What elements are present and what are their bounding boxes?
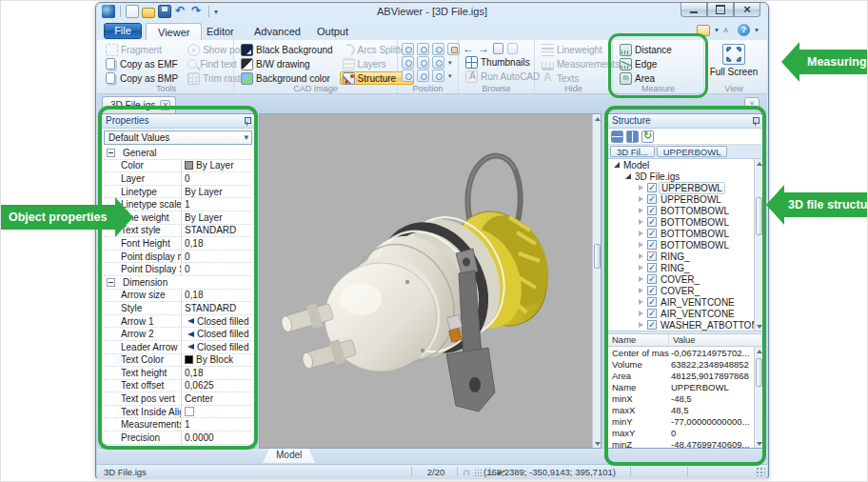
collapsed-icon[interactable] <box>639 185 643 191</box>
tree-item-cover[interactable]: COVER_ <box>608 273 754 285</box>
grid-snap-icon[interactable] <box>474 469 482 476</box>
scrollbar-thumb[interactable] <box>594 244 601 269</box>
checkbox-checked-icon[interactable] <box>647 309 657 318</box>
info-row-miny[interactable]: minY-77,00000000000... <box>608 415 754 427</box>
first-page-icon[interactable] <box>493 43 503 54</box>
b-w-drawing-button[interactable]: B/W drawing <box>238 57 336 70</box>
thumbnails-button[interactable]: Thumbnails <box>463 55 542 69</box>
tree-item-cover[interactable]: COVER_ <box>608 285 754 296</box>
info-row-minz[interactable]: minZ-48,47699740609... <box>608 438 754 448</box>
property-value[interactable]: 0.0000 <box>182 432 252 443</box>
breadcrumb-file[interactable]: 3D Fil... <box>610 146 655 157</box>
viewport-scrollbar[interactable] <box>592 114 601 448</box>
scroll-down-icon[interactable] <box>594 439 601 448</box>
collapsed-icon[interactable] <box>639 288 643 293</box>
print-preview-icon[interactable] <box>697 25 710 36</box>
last-page-icon[interactable] <box>507 43 518 54</box>
collapsed-icon[interactable] <box>639 322 643 328</box>
checkbox-icon[interactable] <box>185 407 194 416</box>
collapse-ribbon-icon[interactable]: ˄ <box>723 26 733 35</box>
back-icon[interactable]: ← <box>463 43 474 54</box>
document-tab[interactable]: 3D File.igs ✕ <box>102 96 176 113</box>
checkbox-checked-icon[interactable] <box>647 229 657 238</box>
scrollbar-thumb[interactable] <box>756 197 762 235</box>
tree-item-bottombowl[interactable]: BOTTOMBOWL <box>608 228 754 239</box>
zoom-in-icon[interactable] <box>432 43 444 55</box>
viewport-3d[interactable] <box>259 113 602 449</box>
property-value[interactable]: By Layer <box>182 187 252 197</box>
rotate-icon[interactable] <box>417 70 429 82</box>
view-3d-icon[interactable] <box>402 70 414 82</box>
tree-item-bottombowl[interactable]: BOTTOMBOWL <box>608 239 754 251</box>
property-value[interactable]: By Layer <box>182 160 252 171</box>
tab-output[interactable]: Output <box>306 23 360 40</box>
column-value[interactable]: Value <box>669 334 762 346</box>
property-value[interactable]: Closed filled <box>182 316 252 327</box>
property-value[interactable]: 0,18 <box>182 290 252 300</box>
tree-item-upperbowl[interactable]: UPPERBOWL <box>608 182 754 193</box>
maximize-button[interactable] <box>707 3 734 17</box>
info-row-center-of-mass[interactable]: Center of mass-0,067214975702... <box>608 347 754 358</box>
full-screen-button[interactable]: Full Screen <box>704 40 763 77</box>
help-icon[interactable]: ? <box>738 24 750 36</box>
checkbox-checked-icon[interactable] <box>647 286 657 295</box>
area-button[interactable]: Area <box>617 71 675 85</box>
panel-expander-icon[interactable]: ˅ <box>744 97 760 110</box>
tree-item-air-ventcone[interactable]: AIR_VENTCONE <box>608 308 754 319</box>
resize-grip[interactable] <box>756 467 765 476</box>
property-value[interactable]: 0 <box>182 173 252 184</box>
split-horizontal-icon[interactable] <box>611 131 623 143</box>
copy-as-emf-button[interactable]: Copy as EMF <box>103 57 181 70</box>
expanded-icon[interactable] <box>614 162 620 168</box>
checkbox-checked-icon[interactable] <box>647 194 657 204</box>
minimize-button[interactable] <box>681 3 707 17</box>
model-sheet-tab[interactable]: Model <box>263 449 315 463</box>
collapsed-icon[interactable] <box>639 208 643 213</box>
spline-snap-icon[interactable]: ∩ <box>463 465 470 478</box>
refresh-icon[interactable] <box>641 131 654 143</box>
property-value[interactable] <box>182 407 252 416</box>
scrollbar-thumb[interactable] <box>756 358 762 387</box>
tab-editor[interactable]: Editor <box>195 23 246 40</box>
orbit-icon[interactable] <box>432 70 444 82</box>
tree-item-ring[interactable]: RING_ <box>608 262 754 273</box>
property-value[interactable]: Closed filled <box>182 342 252 352</box>
zoom-out-icon[interactable] <box>432 56 444 69</box>
property-value[interactable]: Center <box>182 393 252 404</box>
dropdown-caret-icon[interactable]: ▾ <box>715 26 719 34</box>
checkbox-checked-icon[interactable] <box>647 263 657 272</box>
property-value[interactable]: 0 <box>182 264 252 274</box>
checkbox-checked-icon[interactable] <box>647 217 657 227</box>
checkbox-checked-icon[interactable] <box>647 240 657 250</box>
collapsed-icon[interactable] <box>639 219 643 225</box>
right-splitter[interactable] <box>602 113 606 449</box>
pin-icon[interactable] <box>751 117 759 125</box>
collapsed-icon[interactable] <box>639 242 643 248</box>
tree-node-model[interactable]: Model <box>608 159 754 171</box>
close-tab-icon[interactable]: ✕ <box>160 100 170 110</box>
property-value[interactable]: STANDARD <box>182 225 252 235</box>
zoom-window-icon[interactable] <box>417 43 429 55</box>
preset-dropdown[interactable]: Default Values <box>104 131 252 145</box>
property-value[interactable]: 0,18 <box>182 238 252 249</box>
property-value[interactable]: 0 <box>182 251 252 262</box>
tree-item-bottombowl[interactable]: BOTTOMBOWL <box>608 216 754 228</box>
tree-item-washer-atbottom[interactable]: WASHER_ATBOTTOM <box>608 319 754 331</box>
checkbox-checked-icon[interactable] <box>647 274 657 284</box>
forward-icon[interactable]: → <box>478 43 489 54</box>
property-value[interactable]: 0,18 <box>182 368 252 378</box>
tree-node-file[interactable]: 3D File.igs <box>608 171 754 182</box>
distance-button[interactable]: Distance <box>617 43 675 56</box>
breadcrumb-part[interactable]: UPPERBOWL <box>657 146 728 157</box>
split-vertical-icon[interactable] <box>626 131 639 143</box>
collapsed-icon[interactable] <box>639 196 643 202</box>
collapsed-icon[interactable] <box>639 265 643 271</box>
tree-item-ring[interactable]: RING_ <box>608 251 754 262</box>
column-name[interactable]: Name <box>608 334 669 346</box>
property-value[interactable]: STANDARD <box>182 303 252 313</box>
info-row-maxy[interactable]: maxY0 <box>608 427 754 438</box>
tree-item-bottombowl[interactable]: BOTTOMBOWL <box>608 205 754 216</box>
info-scrollbar[interactable] <box>754 347 762 448</box>
close-button[interactable] <box>734 3 760 17</box>
property-value[interactable]: By Block <box>182 354 252 365</box>
